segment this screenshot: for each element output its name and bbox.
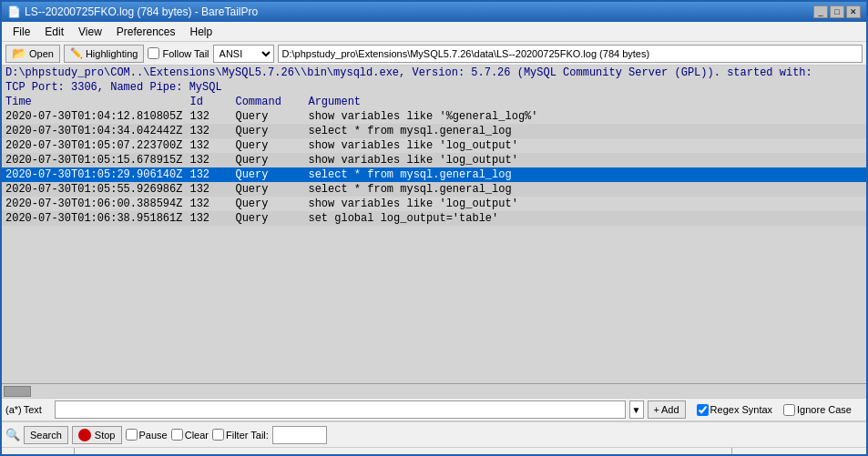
meta-line-2: TCP Port: 3306, Named Pipe: MySQL bbox=[2, 80, 866, 95]
ignore-case-checkbox[interactable] bbox=[783, 404, 795, 416]
log-cell-time: 2020-07-30T01:06:00.388594Z bbox=[2, 197, 186, 211]
log-cell-command: Query bbox=[231, 167, 304, 182]
search-icon: 🔍 bbox=[5, 428, 20, 441]
log-cell-command: Query bbox=[231, 197, 304, 211]
window-title: LS--20200725FKO.log (784 bytes) - BareTa… bbox=[25, 5, 258, 18]
menu-view[interactable]: View bbox=[71, 24, 109, 40]
status-bar: Line Text https://blog.csdn.net/p_utao bbox=[2, 447, 866, 456]
log-cell-argument: show variables like '%general_log%' bbox=[304, 109, 866, 124]
meta-line-1: D:\phpstudy_pro\COM..\Extensions\MySQL5.… bbox=[2, 66, 866, 80]
menu-preferences[interactable]: Preferences bbox=[109, 24, 183, 40]
status-url-cell[interactable]: https://blog.csdn.net/p_utao bbox=[732, 448, 866, 456]
status-text-cell: Text bbox=[75, 448, 732, 456]
log-cell-id: 132 bbox=[186, 167, 231, 182]
menu-bar: File Edit View Preferences Help bbox=[2, 22, 866, 42]
log-cell-argument: select * from mysql.general_log bbox=[304, 167, 866, 182]
log-row[interactable]: 2020-07-30T01:04:34.042442Z 132 Query se… bbox=[2, 124, 866, 138]
log-cell-id: 132 bbox=[186, 211, 231, 226]
log-cell-id: 132 bbox=[186, 138, 231, 153]
clear-label[interactable]: Clear bbox=[171, 429, 209, 441]
pause-label[interactable]: Pause bbox=[126, 429, 168, 441]
follow-tail-checkbox-label[interactable]: Follow Tail bbox=[148, 47, 209, 59]
search-bar: 🔍 Search Stop Pause Clear Filter Tail: bbox=[2, 421, 866, 447]
filter-tail-label[interactable]: Filter Tail: bbox=[212, 429, 269, 441]
status-url-text[interactable]: https://blog.csdn.net/p_utao bbox=[738, 452, 861, 457]
log-cell-id: 132 bbox=[186, 182, 231, 197]
text-search-input[interactable] bbox=[55, 400, 626, 419]
log-cell-time: 2020-07-30T01:06:38.951861Z bbox=[2, 211, 186, 226]
log-cell-id: 132 bbox=[186, 124, 231, 138]
log-row[interactable]: 2020-07-30T01:05:29.906140Z 132 Query se… bbox=[2, 167, 866, 182]
log-cell-argument: select * from mysql.general_log bbox=[304, 124, 866, 138]
log-cell-argument: show variables like 'log_output' bbox=[304, 197, 866, 211]
highlighting-button[interactable]: ✏️ Highlighting bbox=[64, 45, 144, 63]
title-bar: 📄 LS--20200725FKO.log (784 bytes) - Bare… bbox=[2, 2, 866, 22]
log-cell-command: Query bbox=[231, 211, 304, 226]
chevron-down-icon: ▼ bbox=[632, 405, 641, 415]
text-search-dropdown[interactable]: ▼ bbox=[629, 400, 644, 419]
log-cell-time: 2020-07-30T01:05:29.906140Z bbox=[2, 167, 186, 182]
maximize-button[interactable]: □ bbox=[830, 5, 844, 18]
log-content-area[interactable]: D:\phpstudy_pro\COM..\Extensions\MySQL5.… bbox=[2, 66, 866, 383]
filter-tail-text: Filter Tail: bbox=[226, 430, 269, 441]
filter-tail-input[interactable] bbox=[272, 426, 327, 444]
menu-edit[interactable]: Edit bbox=[37, 24, 71, 40]
open-button[interactable]: 📂 Open bbox=[5, 45, 60, 63]
folder-icon: 📂 bbox=[12, 46, 26, 60]
log-cell-time: 2020-07-30T01:04:12.810805Z bbox=[2, 109, 186, 124]
regex-syntax-label[interactable]: Regex Syntax bbox=[697, 404, 772, 416]
horizontal-scrollbar[interactable] bbox=[2, 383, 866, 398]
regex-icon: (a*) bbox=[5, 404, 22, 415]
add-label: Add bbox=[661, 404, 679, 415]
add-button[interactable]: + Add bbox=[648, 400, 686, 419]
stop-button[interactable]: Stop bbox=[72, 426, 122, 444]
log-row[interactable]: 2020-07-30T01:05:15.678915Z 132 Query sh… bbox=[2, 153, 866, 167]
col-id-header: Id bbox=[186, 95, 231, 109]
menu-file[interactable]: File bbox=[5, 24, 37, 40]
log-cell-argument: show variables like 'log_output' bbox=[304, 138, 866, 153]
log-cell-id: 132 bbox=[186, 197, 231, 211]
minimize-button[interactable]: _ bbox=[813, 5, 828, 18]
log-cell-time: 2020-07-30T01:05:15.678915Z bbox=[2, 153, 186, 167]
highlighting-label: Highlighting bbox=[86, 48, 138, 59]
ignore-case-label[interactable]: Ignore Case bbox=[783, 404, 852, 416]
clear-text: Clear bbox=[185, 430, 209, 441]
toolbar: 📂 Open ✏️ Highlighting Follow Tail ANSI … bbox=[2, 42, 866, 66]
regex-syntax-text: Regex Syntax bbox=[710, 404, 772, 415]
text-label-text: Text bbox=[24, 404, 42, 415]
follow-tail-checkbox[interactable] bbox=[148, 47, 159, 59]
encoding-select[interactable]: ANSI UTF-8 Unicode bbox=[213, 45, 274, 63]
ignore-case-text: Ignore Case bbox=[797, 404, 852, 415]
close-button[interactable]: ✕ bbox=[846, 5, 861, 18]
log-row[interactable]: 2020-07-30T01:04:12.810805Z 132 Query sh… bbox=[2, 109, 866, 124]
open-label: Open bbox=[29, 48, 54, 59]
log-cell-id: 132 bbox=[186, 109, 231, 124]
pause-checkbox[interactable] bbox=[126, 429, 138, 441]
log-table: Time Id Command Argument 2020-07-30T01:0… bbox=[2, 95, 866, 226]
clear-checkbox[interactable] bbox=[171, 429, 183, 441]
search-label: Search bbox=[30, 430, 62, 441]
path-input[interactable] bbox=[278, 45, 863, 63]
menu-help[interactable]: Help bbox=[183, 24, 220, 40]
search-button[interactable]: Search bbox=[24, 426, 68, 444]
log-cell-argument: select * from mysql.general_log bbox=[304, 182, 866, 197]
filter-tail-checkbox[interactable] bbox=[212, 429, 224, 441]
text-search-bar: (a*) Text ▼ + Add Regex Syntax Ignore Ca… bbox=[2, 398, 866, 421]
col-command-header: Command bbox=[231, 95, 304, 109]
log-row[interactable]: 2020-07-30T01:05:07.223700Z 132 Query sh… bbox=[2, 138, 866, 153]
plus-icon: + bbox=[654, 404, 659, 415]
pause-text: Pause bbox=[139, 430, 168, 441]
log-row[interactable]: 2020-07-30T01:05:55.926986Z 132 Query se… bbox=[2, 182, 866, 197]
log-cell-time: 2020-07-30T01:04:34.042442Z bbox=[2, 124, 186, 138]
log-row[interactable]: 2020-07-30T01:06:00.388594Z 132 Query sh… bbox=[2, 197, 866, 211]
log-cell-command: Query bbox=[231, 124, 304, 138]
col-time-header: Time bbox=[2, 95, 186, 109]
regex-syntax-checkbox[interactable] bbox=[697, 404, 709, 416]
follow-tail-label: Follow Tail bbox=[162, 48, 209, 59]
log-cell-command: Query bbox=[231, 182, 304, 197]
log-cell-command: Query bbox=[231, 138, 304, 153]
stop-label: Stop bbox=[95, 430, 116, 441]
scrollbar-thumb[interactable] bbox=[4, 386, 31, 397]
highlight-icon: ✏️ bbox=[70, 47, 83, 59]
log-row[interactable]: 2020-07-30T01:06:38.951861Z 132 Query se… bbox=[2, 211, 866, 226]
